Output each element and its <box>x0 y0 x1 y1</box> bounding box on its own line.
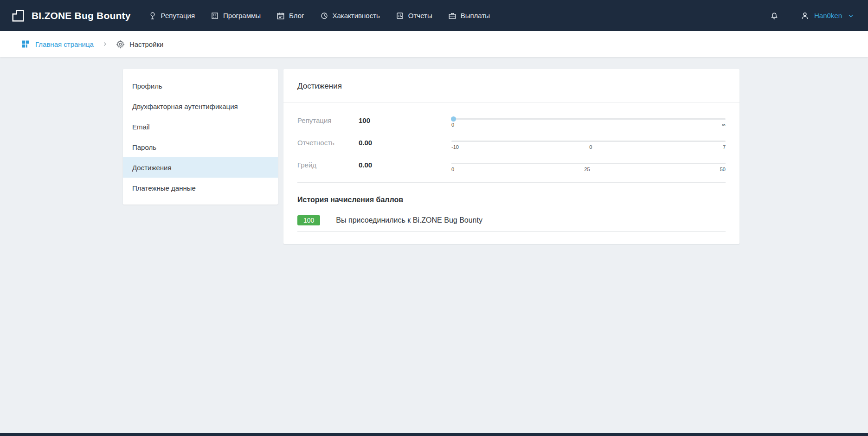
nav-label: Выплаты <box>461 12 490 19</box>
points-history-title: История начисления баллов <box>297 196 726 204</box>
achievements-header: Достижения <box>283 69 739 103</box>
slider-track <box>451 118 726 120</box>
nav-label: Блог <box>289 12 304 19</box>
metric-row-reporting: Отчетность 0.00 -10 0 7 <box>297 138 726 150</box>
history-entry-text: Вы присоединились к Bi.ZONE Bug Bounty <box>336 216 482 224</box>
slider-thumb[interactable] <box>451 116 456 122</box>
metric-row-grade: Грейд 0.00 0 25 50 <box>297 160 726 172</box>
scale-max: 50 <box>720 167 726 172</box>
nav-label: Хакактивность <box>333 12 380 19</box>
settings-menu: Профиль Двухфакторная аутентификация Ema… <box>123 69 278 205</box>
achievements-card: Достижения Репутация 100 0 ∞ <box>283 69 739 244</box>
nav-item-hackactivity[interactable]: Хакактивность <box>320 12 380 20</box>
settings-menu-item-achievements[interactable]: Достижения <box>123 157 278 178</box>
nav-label: Отчеты <box>408 12 432 19</box>
grade-slider: 0 25 50 <box>451 160 726 172</box>
scale-min: 0 <box>451 167 454 172</box>
settings-menu-item-profile[interactable]: Профиль <box>123 76 278 96</box>
programs-building-icon <box>211 12 219 20</box>
bizone-logo-icon <box>10 8 26 24</box>
metric-value: 100 <box>359 115 451 124</box>
nav-label: Программы <box>223 12 261 19</box>
nav-item-payouts[interactable]: Выплаты <box>448 12 490 20</box>
reports-chart-icon <box>396 12 404 20</box>
breadcrumb-current-label: Настройки <box>129 40 164 48</box>
breadcrumb-home-label: Главная страница <box>35 40 94 48</box>
home-grid-icon <box>21 39 30 49</box>
user-menu[interactable]: Han0ken <box>800 11 854 20</box>
nav-item-blog[interactable]: Блог <box>276 12 304 20</box>
header-right: Han0ken <box>770 11 854 20</box>
settings-gear-icon <box>116 40 125 49</box>
achievements-title: Достижения <box>297 82 342 90</box>
username: Han0ken <box>814 12 842 19</box>
nav-item-reports[interactable]: Отчеты <box>396 12 432 20</box>
scale-min: 0 <box>451 122 454 128</box>
chevron-down-icon <box>848 13 854 19</box>
settings-menu-item-email[interactable]: Email <box>123 116 278 137</box>
reporting-slider: -10 0 7 <box>451 138 726 150</box>
breadcrumb-current: Настройки <box>116 40 164 49</box>
nav-item-reputation[interactable]: Репутация <box>148 12 195 20</box>
slider-scale: 0 ∞ <box>451 122 726 128</box>
metric-row-reputation: Репутация 100 0 ∞ <box>297 115 726 128</box>
slider-scale: -10 0 7 <box>451 144 726 150</box>
metric-label: Отчетность <box>297 138 359 147</box>
hackactivity-history-icon <box>320 12 328 20</box>
points-badge: 100 <box>297 215 320 225</box>
user-avatar-icon <box>800 11 810 20</box>
breadcrumb-home-link[interactable]: Главная страница <box>21 39 94 49</box>
footer-strip <box>0 433 868 436</box>
scale-max: ∞ <box>722 122 726 128</box>
scale-max: 7 <box>723 144 726 150</box>
settings-menu-item-2fa[interactable]: Двухфакторная аутентификация <box>123 96 278 116</box>
settings-menu-item-password[interactable]: Пароль <box>123 137 278 157</box>
reputation-pin-icon <box>148 12 157 20</box>
metric-value: 0.00 <box>359 160 451 169</box>
scale-min: -10 <box>451 144 459 150</box>
breadcrumb: Главная страница Настройки <box>0 31 868 57</box>
points-history: История начисления баллов 100 Вы присоед… <box>283 186 739 244</box>
reputation-slider: 0 ∞ <box>451 115 726 128</box>
breadcrumb-chevron-icon <box>102 41 108 47</box>
scale-mid: 0 <box>589 144 592 150</box>
blog-calendar-icon <box>276 12 285 20</box>
notifications-bell-icon[interactable] <box>770 11 779 20</box>
metric-label: Репутация <box>297 115 359 124</box>
nav-item-programs[interactable]: Программы <box>211 12 261 20</box>
achievements-metrics: Репутация 100 0 ∞ Отчетность 0.00 <box>283 103 739 186</box>
slider-track <box>451 141 726 142</box>
top-header: BI.ZONE Bug Bounty Репутация Программы <box>0 0 868 31</box>
payouts-briefcase-icon <box>448 12 457 20</box>
section-divider <box>297 182 726 183</box>
brand-name: BI.ZONE Bug Bounty <box>32 10 131 21</box>
metric-label: Грейд <box>297 160 359 169</box>
settings-menu-item-payment[interactable]: Платежные данные <box>123 178 278 198</box>
brand[interactable]: BI.ZONE Bug Bounty <box>10 8 131 24</box>
main-content: Профиль Двухфакторная аутентификация Ema… <box>0 57 868 244</box>
scale-mid: 25 <box>584 167 590 172</box>
slider-scale: 0 25 50 <box>451 167 726 172</box>
nav-label: Репутация <box>161 12 195 19</box>
slider-track <box>451 163 726 164</box>
main-nav: Репутация Программы Блог <box>148 12 506 20</box>
metric-value: 0.00 <box>359 138 451 147</box>
history-entry: 100 Вы присоединились к Bi.ZONE Bug Boun… <box>297 215 726 232</box>
